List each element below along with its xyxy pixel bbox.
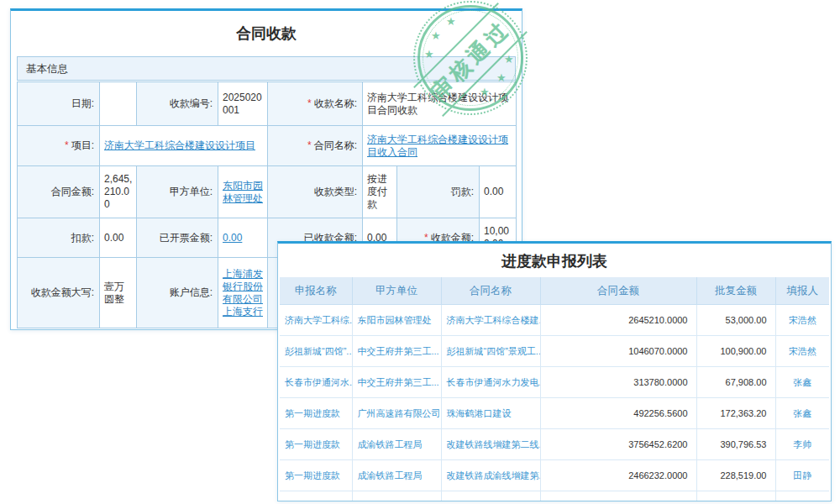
- receipt-no-label: 收款编号:: [137, 82, 218, 126]
- column-header-contract-name: 合同名称: [441, 277, 540, 305]
- receipt-type-label: 收款类型:: [268, 166, 363, 218]
- contract-amount-cell: 2645210.0000: [540, 305, 696, 336]
- contract-name-cell[interactable]: 改建铁路成渝线增建第...: [441, 460, 540, 491]
- party-a-cell[interactable]: 中交王府井第三工...: [352, 367, 441, 398]
- reporter-cell: 田静: [775, 460, 829, 491]
- contract-name-label: *合同名称:: [268, 126, 363, 166]
- account-info-link[interactable]: 上海浦发银行股份有限公司上海支行: [223, 268, 263, 318]
- progress-payment-list-panel: 进度款申报列表 申报名称 甲方单位 合同名称 合同金额 批复金额 填报人 济南大…: [277, 241, 832, 501]
- approved-amount-cell: 228,519.00: [696, 460, 775, 491]
- declaration-name-cell[interactable]: 长春市伊通河水...: [280, 367, 352, 398]
- project-value-cell: 济南大学工科综合楼建设设计项目: [100, 126, 268, 166]
- table-row[interactable]: 10%预付款 抚顺住房和城乡建... 湖南洞庭湖水库引水工... 816360.…: [280, 491, 829, 502]
- invoiced-amount-value-cell: 0.00: [218, 218, 268, 258]
- required-asterisk: *: [65, 139, 69, 151]
- date-label: 日期:: [18, 82, 100, 126]
- declaration-name-cell[interactable]: 10%预付款: [280, 491, 352, 502]
- account-info-value-cell: 上海浦发银行股份有限公司上海支行: [218, 258, 268, 328]
- approved-amount-cell: 67,908.00: [696, 367, 775, 398]
- project-label: *项目:: [18, 126, 100, 166]
- table-row[interactable]: 第一期进度款 广州高速路有限公司 珠海鹤港口建设 492256.5600 172…: [280, 398, 829, 429]
- account-info-label: 账户信息:: [137, 258, 218, 328]
- column-header-approved-amount: 批复金额: [696, 277, 775, 305]
- contract-amount-cell: 2466232.0000: [540, 460, 696, 491]
- contract-name-link[interactable]: 济南大学工科综合楼建设设计项目收入合同: [367, 134, 508, 158]
- list-header-row: 申报名称 甲方单位 合同名称 合同金额 批复金额 填报人: [280, 277, 829, 305]
- date-value: [100, 82, 137, 126]
- form-row-2: *项目: 济南大学工科综合楼建设设计项目 *合同名称: 济南大学工科综合楼建设设…: [18, 126, 517, 166]
- star-icon: ★: [496, 72, 507, 83]
- invoiced-amount-link[interactable]: 0.00: [223, 232, 242, 244]
- star-icon: ★: [480, 87, 490, 97]
- contract-name-cell[interactable]: 彭祖新城“四馆”景观工...: [441, 336, 540, 367]
- approved-amount-cell: 390,796.53: [696, 429, 775, 460]
- reporter-cell: 张鑫: [775, 367, 829, 398]
- declaration-name-cell[interactable]: 第一期进度款: [280, 460, 352, 491]
- amount-in-words-label: 收款金额大写:: [18, 258, 100, 328]
- invoiced-amount-label: 已开票金额:: [137, 218, 218, 258]
- reporter-cell: 付安琼: [775, 491, 829, 502]
- declaration-name-cell[interactable]: 第一期进度款: [280, 398, 352, 429]
- approved-amount-cell: 172,363.20: [696, 398, 775, 429]
- table-row[interactable]: 济南大学工科综... 东阳市园林管理处 济南大学工科综合楼建... 264521…: [280, 305, 829, 336]
- star-icon: ★: [446, 16, 456, 27]
- deduction-label: 扣款:: [18, 218, 100, 258]
- table-row[interactable]: 第一期进度款 成渝铁路工程局 改建铁路成渝线增建第... 2466232.000…: [280, 460, 829, 491]
- party-a-cell[interactable]: 中交王府井第三工...: [352, 336, 441, 367]
- contract-amount-value: 2,645,210.00: [100, 166, 137, 218]
- star-icon: ★: [424, 49, 434, 60]
- required-asterisk: *: [307, 97, 312, 109]
- reporter-cell: 宋浩然: [775, 305, 829, 336]
- party-a-cell[interactable]: 成渝铁路工程局: [352, 429, 441, 460]
- party-a-cell[interactable]: 东阳市园林管理处: [352, 305, 441, 336]
- declaration-name-cell[interactable]: 济南大学工科综...: [280, 305, 352, 336]
- required-asterisk: *: [307, 139, 312, 151]
- column-header-reporter: 填报人: [775, 277, 829, 305]
- contract-amount-label: 合同金额:: [18, 166, 100, 218]
- declaration-name-cell[interactable]: 第一期进度款: [280, 429, 352, 460]
- fine-value: 0.00: [480, 166, 517, 218]
- approval-stamp: 审核通过 ★ ★ ★ ★ ★ ★: [417, 5, 523, 111]
- contract-name-value-cell: 济南大学工科综合楼建设设计项目收入合同: [363, 126, 517, 166]
- party-a-cell[interactable]: 抚顺住房和城乡建...: [352, 491, 441, 502]
- reporter-cell: 宋浩然: [775, 336, 829, 367]
- fine-label: 罚款:: [397, 166, 480, 218]
- receipt-type-value: 按进度付款: [363, 166, 397, 218]
- contract-amount-cell: 492256.5600: [540, 398, 696, 429]
- star-icon: ★: [431, 30, 441, 41]
- deduction-value: 0.00: [100, 218, 137, 258]
- contract-amount-cell: 1046070.0000: [540, 336, 696, 367]
- declaration-name-cell[interactable]: 彭祖新城“四馆”...: [280, 336, 352, 367]
- contract-amount-cell: 3756452.6200: [540, 429, 696, 460]
- table-row[interactable]: 第一期进度款 成渝铁路工程局 改建铁路线增建第二线... 3756452.620…: [280, 429, 829, 460]
- approved-amount-cell: 53,000.00: [696, 305, 775, 336]
- contract-name-cell[interactable]: 改建铁路线增建第二线...: [441, 429, 540, 460]
- table-row[interactable]: 彭祖新城“四馆”... 中交王府井第三工... 彭祖新城“四馆”景观工... 1…: [280, 336, 829, 367]
- column-header-contract-amount: 合同金额: [540, 277, 696, 305]
- approved-amount-cell: 100,900.00: [696, 336, 775, 367]
- project-link[interactable]: 济南大学工科综合楼建设设计项目: [104, 139, 255, 151]
- contract-name-cell[interactable]: 湖南洞庭湖水库引水工...: [441, 491, 540, 502]
- column-header-declaration-name: 申报名称: [280, 277, 352, 305]
- contract-amount-cell: 313780.0000: [540, 367, 696, 398]
- receipt-no-value: 2025020001: [218, 82, 268, 126]
- column-header-party-a: 甲方单位: [352, 277, 441, 305]
- form-row-3: 合同金额: 2,645,210.00 甲方单位: 东阳市园林管理处 收款类型: …: [18, 166, 517, 218]
- party-a-link[interactable]: 东阳市园林管理处: [223, 180, 263, 204]
- table-row[interactable]: 长春市伊通河水... 中交王府井第三工... 长春市伊通河水力发电... 313…: [280, 367, 829, 398]
- reporter-cell: 李帅: [775, 429, 829, 460]
- progress-list-title: 进度款申报列表: [278, 252, 831, 270]
- star-icon: ★: [504, 54, 514, 65]
- reporter-cell: 张鑫: [775, 398, 829, 429]
- receipt-name-label: *收款名称:: [268, 82, 363, 126]
- party-a-label: 甲方单位:: [137, 166, 218, 218]
- progress-list-table: 申报名称 甲方单位 合同名称 合同金额 批复金额 填报人 济南大学工科综... …: [280, 277, 829, 501]
- party-a-cell[interactable]: 广州高速路有限公司: [352, 398, 441, 429]
- contract-name-cell[interactable]: 珠海鹤港口建设: [441, 398, 540, 429]
- contract-amount-cell: 816360.6448: [540, 491, 696, 502]
- contract-name-cell[interactable]: 济南大学工科综合楼建...: [441, 305, 540, 336]
- contract-name-cell[interactable]: 长春市伊通河水力发电...: [441, 367, 540, 398]
- party-a-value-cell: 东阳市园林管理处: [218, 166, 268, 218]
- party-a-cell[interactable]: 成渝铁路工程局: [352, 460, 441, 491]
- approved-amount-cell: 1,630,650.00: [696, 491, 775, 502]
